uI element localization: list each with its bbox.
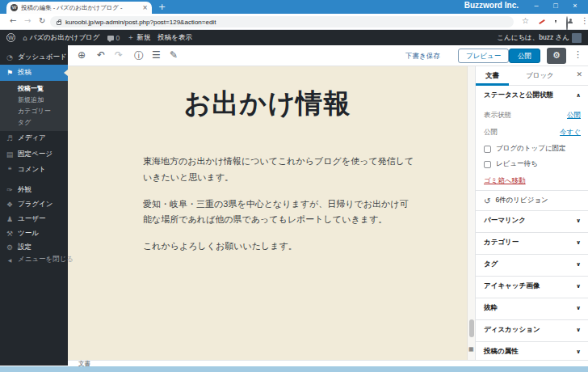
posts-submenu: 投稿一覧 新規追加 カテゴリー タグ <box>0 81 68 131</box>
chevron-up-icon: ∧ <box>576 92 581 99</box>
comments-icon: ❝ <box>6 166 14 174</box>
close-sidebar-icon[interactable]: ✕ <box>576 70 582 78</box>
menu-item-dashboard[interactable]: ◔ ダッシュボード <box>0 50 68 65</box>
settings-gear-icon: ⚙ <box>6 243 14 252</box>
forward-icon[interactable]: → <box>24 16 31 25</box>
browser-menu-icon[interactable]: ⋮ <box>581 16 588 25</box>
panel-post-attributes[interactable]: 投稿の属性 ∨ <box>476 341 588 361</box>
undo-icon[interactable]: ↶ <box>97 49 105 61</box>
comment-bubble-icon <box>107 36 114 40</box>
menu-item-users[interactable]: ♟ ユーザー <box>0 212 68 226</box>
address-bar[interactable]: kuroobi.jp/wp-admin/post.php?post=129&ac… <box>50 16 514 27</box>
tab-document[interactable]: 文書 <box>476 66 509 86</box>
revisions-row[interactable]: ↺ 6件のリビジョン <box>476 190 588 210</box>
browser-tab[interactable]: W 投稿の編集 - バズのお出かけブログ - × <box>6 2 152 14</box>
publish-date-link[interactable]: 今すぐ <box>560 128 581 137</box>
panel-categories[interactable]: カテゴリー ∨ <box>476 232 588 252</box>
tab-title: 投稿の編集 - バズのお出かけブログ - <box>21 4 139 12</box>
sticky-checkbox[interactable] <box>484 146 491 153</box>
save-draft-button[interactable]: 下書き保存 <box>405 52 440 61</box>
post-paragraph[interactable]: 東海地方のお出かけ情報についてこれからブログを使って発信していきたいと思います。 <box>143 154 414 186</box>
scrollbar-corner-icon: ▦ <box>468 346 474 353</box>
browser-titlebar: W 投稿の編集 - バズのお出かけブログ - × + Buzzword Inc.… <box>0 0 588 14</box>
menu-item-tools[interactable]: ⚒ ツール <box>0 226 68 241</box>
admin-bar-site-link[interactable]: ⌂ バズのお出かけブログ <box>23 33 100 43</box>
settings-toggle-gear-icon[interactable]: ⚙ <box>547 48 566 64</box>
window-maximize-button[interactable]: □ <box>546 0 565 13</box>
url-text[interactable]: kuroobi.jp/wp-admin/post.php?post=129&ac… <box>65 19 216 26</box>
menu-item-plugins[interactable]: ❖ プラグイン <box>0 197 68 212</box>
post-body: 東海地方のお出かけ情報についてこれからブログを使って発信していきたいと思います。… <box>143 154 414 265</box>
chevron-down-icon: ∨ <box>576 327 581 333</box>
menu-item-pages[interactable]: ▤ 固定ページ <box>0 147 68 162</box>
admin-bar-new[interactable]: ＋ 新規 <box>127 32 150 43</box>
canvas-scrollbar[interactable]: ▦ <box>467 66 475 360</box>
wp-admin-bar: W ⌂ バズのお出かけブログ 0 ＋ 新規 投稿を表示 こんにちは、buzz さ… <box>0 30 588 45</box>
edit-pencil-icon[interactable]: ✎ <box>170 49 178 61</box>
admin-bar-view-post[interactable]: 投稿を表示 <box>158 33 192 43</box>
menu-item-media[interactable]: ♬ メディア <box>0 131 68 146</box>
back-icon[interactable]: ← <box>10 16 16 25</box>
tab-block[interactable]: ブロック <box>518 66 562 86</box>
bookmark-star-icon[interactable]: ☆ <box>522 16 529 25</box>
panel-discussion[interactable]: ディスカッション ∨ <box>476 319 588 339</box>
move-to-trash-link[interactable]: ゴミ箱へ移動 <box>484 176 526 186</box>
editor-toolbar: ⊕ ↶ ↷ ⓘ ☰ ✎ 下書き保存 プレビュー 公開 ⚙ ⋮ <box>68 45 588 66</box>
collapse-menu-button[interactable]: ◀ メニューを閉じる <box>0 252 68 267</box>
scrollbar-thumb[interactable] <box>469 319 474 337</box>
window-minimize-button[interactable]: – <box>527 0 546 13</box>
chevron-down-icon: ∨ <box>576 239 581 246</box>
plus-icon: ＋ <box>127 32 134 43</box>
settings-tabbar: 文書 ブロック ✕ <box>476 66 588 86</box>
editor-footer-bar: 文書 <box>68 360 588 366</box>
wordpress-favicon-icon: W <box>10 4 18 11</box>
wordpress-logo-icon[interactable]: W <box>6 33 15 42</box>
editor-canvas[interactable]: お出かけ情報 東海地方のお出かけ情報についてこれからブログを使って発信していきた… <box>68 66 467 360</box>
greeting-text: こんにちは、buzz さん <box>497 33 569 43</box>
block-outline-icon[interactable]: ☰ <box>152 49 161 61</box>
publish-button[interactable]: 公開 <box>509 49 540 63</box>
pages-icon: ▤ <box>6 150 14 159</box>
menu-item-posts[interactable]: ⚑ 投稿 <box>0 65 68 81</box>
submenu-add-new[interactable]: 新規追加 <box>0 95 68 106</box>
new-tab-button[interactable]: + <box>158 2 166 12</box>
panel-excerpt[interactable]: 抜粋 ∨ <box>476 298 588 317</box>
appearance-brush-icon: ✑ <box>6 186 14 194</box>
post-paragraph[interactable]: 愛知・岐阜・三重の3県を中心となりますが、日帰りでお出かけ可能な場所であれば他の… <box>143 197 414 229</box>
admin-bar-comments[interactable]: 0 <box>107 34 120 42</box>
panel-permalink[interactable]: パーマリンク ∨ <box>476 210 588 230</box>
pushpin-icon: ⚑ <box>6 69 14 77</box>
reload-icon[interactable]: ↻ <box>39 16 45 25</box>
post-paragraph[interactable]: これからよろしくお願いいたします。 <box>143 239 414 255</box>
status-panel-header[interactable]: ステータスと公開状態 ∧ <box>476 86 588 105</box>
home-icon: ⌂ <box>23 34 27 42</box>
media-icon: ♬ <box>6 134 14 142</box>
tools-icon: ⚒ <box>6 230 14 238</box>
admin-bar-account[interactable]: こんにちは、buzz さん <box>497 33 582 43</box>
users-icon: ♟ <box>6 215 14 223</box>
menu-item-appearance[interactable]: ✑ 外観 <box>0 183 68 197</box>
redo-icon[interactable]: ↷ <box>115 49 123 61</box>
publish-date-row: 公開 今すぐ <box>484 128 581 137</box>
chevron-down-icon: ∨ <box>576 283 581 290</box>
panel-tags[interactable]: タグ ∨ <box>476 254 588 273</box>
menu-item-comments[interactable]: ❝ コメント <box>0 163 68 177</box>
submenu-categories[interactable]: カテゴリー <box>0 106 68 117</box>
chevron-down-icon: ∨ <box>576 218 581 224</box>
visibility-link[interactable]: 公開 <box>567 111 581 120</box>
window-close-button[interactable]: × <box>565 0 585 13</box>
submenu-all-posts[interactable]: 投稿一覧 <box>0 83 68 95</box>
pending-checkbox[interactable] <box>484 161 491 168</box>
panel-featured-image[interactable]: アイキャッチ画像 ∨ <box>476 276 588 295</box>
collapse-arrow-icon: ◀ <box>6 257 14 263</box>
block-inserter-icon[interactable]: ⊕ <box>78 49 86 61</box>
lock-icon <box>57 21 61 25</box>
content-info-icon[interactable]: ⓘ <box>134 49 144 63</box>
wp-admin-menu: ◔ ダッシュボード ⚑ 投稿 投稿一覧 新規追加 カテゴリー タグ ♬ メディア… <box>0 45 68 366</box>
tab-close-icon[interactable]: × <box>142 4 148 11</box>
chevron-down-icon: ∨ <box>576 349 581 355</box>
preview-button[interactable]: プレビュー <box>458 49 509 63</box>
more-options-icon[interactable]: ⋮ <box>573 49 582 60</box>
post-title[interactable]: お出かけ情報 <box>68 86 467 122</box>
submenu-tags[interactable]: タグ <box>0 117 68 129</box>
